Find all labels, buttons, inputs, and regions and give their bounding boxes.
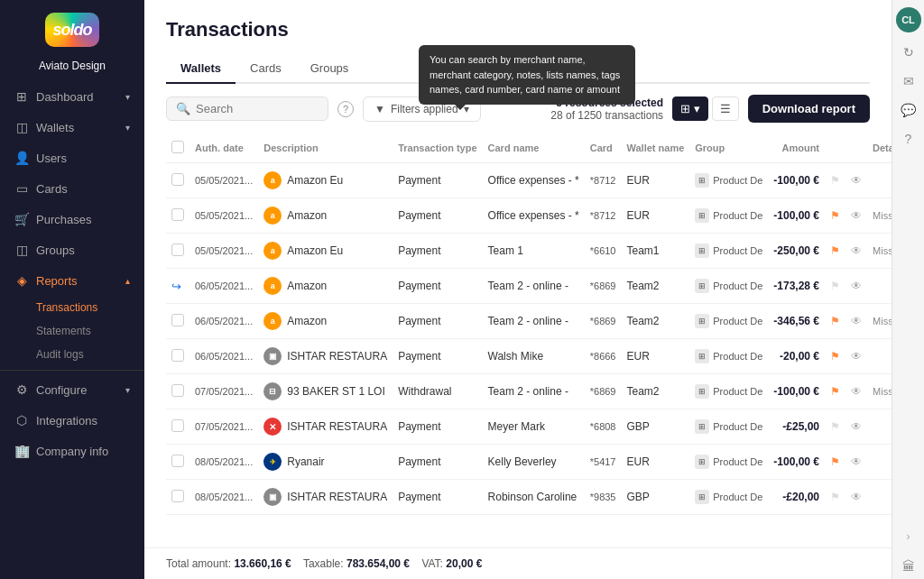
tab-cards[interactable]: Cards [236, 54, 296, 84]
sidebar-item-reports[interactable]: ◈ Reports ▴ [0, 265, 144, 296]
sidebar-item-dashboard[interactable]: ⊞ Dashboard ▾ [0, 81, 144, 112]
row-type: Payment [393, 198, 482, 234]
eye-icon[interactable]: 👁 [851, 174, 862, 187]
row-checkbox[interactable] [171, 419, 184, 432]
row-description: a Amazon [258, 269, 393, 304]
sidebar-item-cards[interactable]: ▭ Cards [0, 173, 144, 204]
eye-icon[interactable]: 👁 [851, 244, 862, 257]
sidebar-sub-statements[interactable]: Statements [36, 319, 144, 343]
sidebar-item-groups[interactable]: ◫ Groups [0, 234, 144, 265]
row-missing [867, 445, 892, 480]
flag-icon[interactable]: ⚑ [830, 350, 840, 363]
row-type: Withdrawal [393, 374, 482, 409]
help-icon[interactable]: ? [337, 101, 354, 117]
group-icon: ⊞ [695, 279, 709, 293]
grid-view-button[interactable]: ⊞ ▾ [672, 96, 708, 121]
row-checkbox[interactable] [171, 455, 184, 467]
merchant-name: Amazon [287, 209, 327, 222]
merchant-name: ISHTAR RESTAURA [287, 350, 387, 363]
sidebar-item-configure[interactable]: ⚙ Configure ▾ [0, 374, 144, 405]
table-row: 07/05/2021... ✕ ISHTAR RESTAURA Payment … [166, 409, 892, 445]
row-checkbox[interactable] [171, 173, 184, 186]
vat-label: VAT: [421, 557, 443, 570]
eye-icon[interactable]: 👁 [851, 315, 862, 327]
missing-badge: Missing [873, 386, 892, 397]
no-flag-icon: ⚑ [830, 420, 840, 433]
group-icon: ⊞ [695, 244, 709, 258]
flag-icon[interactable]: ⚑ [830, 244, 840, 257]
tab-groups[interactable]: Groups [296, 54, 364, 84]
merchant-name: Amazon [287, 280, 327, 292]
group-icon: ⊞ [695, 349, 709, 363]
sidebar-item-company-info[interactable]: 🏢 Company info [0, 436, 144, 466]
flag-icon[interactable]: ⚑ [830, 315, 840, 327]
eye-icon[interactable]: 👁 [851, 209, 862, 222]
sidebar-item-users[interactable]: 👤 Users [0, 142, 144, 173]
row-select [166, 480, 189, 515]
flag-icon[interactable]: ⚑ [830, 455, 840, 468]
eye-icon[interactable]: 👁 [851, 350, 862, 363]
row-card: *6869 [585, 304, 622, 339]
row-description: ▣ ISHTAR RESTAURA [258, 480, 393, 515]
flag-icon[interactable]: ⚑ [830, 385, 840, 398]
logo-text: soldo [53, 21, 92, 40]
row-card-name: Team 2 - online - [483, 304, 585, 339]
eye-icon[interactable]: 👁 [851, 491, 862, 503]
row-wallet: GBP [622, 480, 690, 515]
flag-icon[interactable]: ⚑ [830, 209, 840, 222]
row-wallet: EUR [622, 339, 690, 374]
row-wallet: Team2 [622, 304, 690, 339]
user-avatar[interactable]: CL [896, 7, 921, 32]
selected-count: 5 resources selected [556, 96, 663, 109]
table-row: 06/05/2021... a Amazon Payment Team 2 - … [166, 304, 892, 339]
row-missing: Missing [867, 374, 892, 409]
sidebar-item-purchases[interactable]: 🛒 Purchases [0, 204, 144, 234]
group-icon: ⊞ [695, 490, 709, 504]
row-checkbox[interactable] [171, 384, 184, 397]
search-box[interactable]: 🔍 [166, 96, 328, 121]
mail-icon[interactable]: ✉ [896, 69, 921, 94]
chat-icon[interactable]: 💬 [896, 97, 921, 123]
eye-icon[interactable]: 👁 [851, 455, 862, 468]
row-checkbox[interactable] [171, 244, 184, 256]
row-card: *6869 [585, 374, 622, 409]
row-checkbox[interactable] [171, 490, 184, 502]
sidebar-sub-audit-logs[interactable]: Audit logs [36, 343, 144, 366]
sidebar-sub-transactions[interactable]: Transactions [36, 296, 144, 319]
search-input[interactable] [196, 102, 304, 115]
row-group: ⊞ Product De [689, 480, 768, 515]
row-missing: Missing [867, 304, 892, 339]
row-select [166, 304, 189, 339]
row-description: a Amazon [258, 304, 393, 339]
row-checkbox[interactable] [171, 349, 184, 362]
row-amount: -£25,00 [768, 409, 825, 445]
select-all-checkbox[interactable] [171, 141, 184, 153]
bank-icon[interactable]: 🏛 [896, 554, 921, 579]
sidebar-item-integrations[interactable]: ⬡ Integrations [0, 405, 144, 436]
sidebar-item-wallets[interactable]: ◫ Wallets ▾ [0, 112, 144, 142]
no-flag-icon: ⚑ [830, 174, 840, 187]
chevron-icon: ▾ [125, 92, 130, 102]
missing-badge: Missing [873, 210, 892, 221]
nav-divider [0, 370, 144, 371]
row-date: 05/05/2021... [189, 234, 258, 269]
row-eye-cell: 👁 [845, 339, 867, 374]
filter-button[interactable]: ▼ Filters applied ▾ [363, 96, 481, 122]
list-view-button[interactable]: ☰ [712, 96, 739, 121]
row-flag-cell: ⚑ [825, 163, 845, 198]
row-eye-cell: 👁 [845, 234, 867, 269]
integrations-icon: ⬡ [14, 413, 29, 427]
eye-icon[interactable]: 👁 [851, 280, 862, 292]
eye-icon[interactable]: 👁 [851, 420, 862, 433]
download-report-button[interactable]: Download report [748, 95, 870, 123]
refresh-icon[interactable]: ↻ [896, 40, 921, 65]
row-checkbox[interactable] [171, 208, 184, 221]
missing-badge: Missing [873, 316, 892, 326]
tab-wallets[interactable]: Wallets [166, 54, 236, 84]
help-panel-icon[interactable]: ? [896, 126, 921, 152]
expand-icon[interactable]: › [907, 530, 910, 543]
wallets-icon: ◫ [14, 120, 29, 134]
row-card-name: Office expenses - * [483, 163, 585, 198]
eye-icon[interactable]: 👁 [851, 385, 862, 398]
row-checkbox[interactable] [171, 314, 184, 326]
